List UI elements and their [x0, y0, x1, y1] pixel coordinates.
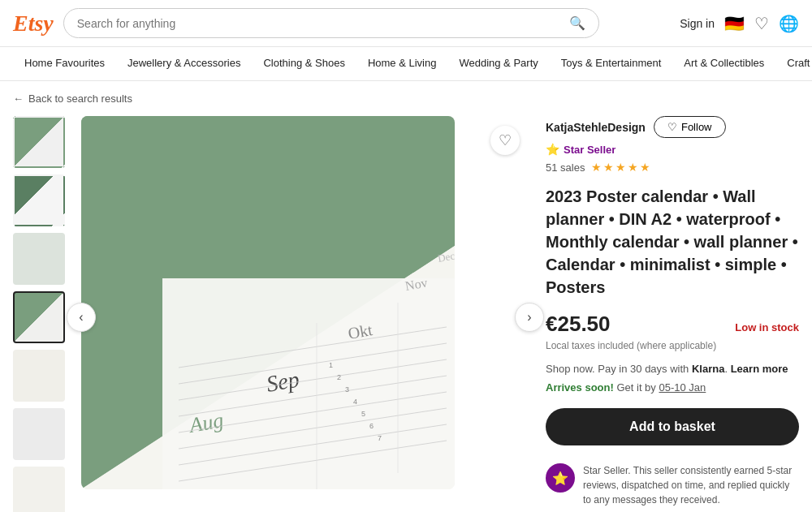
globe-icon[interactable]: 🌐 — [779, 14, 799, 33]
image-next-button[interactable]: › — [515, 303, 544, 332]
low-stock-badge: Low in stock — [735, 321, 799, 333]
star-1: ★ — [591, 161, 602, 174]
search-input[interactable] — [77, 17, 569, 30]
svg-rect-2 — [162, 278, 455, 489]
thumbnail-2[interactable] — [13, 174, 65, 226]
arrives-row: Arrives soon! Get it by 05-10 Jan — [546, 381, 799, 394]
seller-name[interactable]: KatjaStehleDesign — [546, 121, 646, 134]
sales-count: 51 sales — [546, 161, 585, 174]
star-2: ★ — [603, 161, 614, 174]
back-bar: ← Back to search results — [0, 81, 812, 116]
thumbnail-3[interactable] — [13, 233, 65, 285]
image-prev-button[interactable]: ‹ — [67, 303, 96, 332]
star-5: ★ — [640, 161, 650, 174]
header-actions: Sign in 🇩🇪 ♡ 🌐 — [680, 14, 799, 33]
arrives-date[interactable]: 05-10 Jan — [659, 381, 706, 394]
star-seller-description: Star Seller. This seller consistently ea… — [583, 463, 799, 507]
main-image-container: ‹ Aug Sep Okt Nov Dec — [81, 116, 529, 512]
heart-small-icon: ♡ — [667, 121, 677, 133]
header: Etsy 🔍 Sign in 🇩🇪 ♡ 🌐 — [0, 0, 812, 47]
klarna-row: Shop now. Pay in 30 days with Klarna. Le… — [546, 363, 799, 375]
seller-row: KatjaStehleDesign ♡ Follow — [546, 116, 799, 138]
nav-clothing[interactable]: Clothing & Shoes — [252, 47, 356, 80]
arrives-text: Get it by — [616, 381, 655, 394]
nav-jewellery[interactable]: Jewellery & Accessories — [116, 47, 252, 80]
arrives-soon-label: Arrives soon! — [546, 381, 614, 394]
learn-more-link[interactable]: Learn more — [731, 363, 788, 375]
nav-home-favourites[interactable]: Home Favourites — [13, 47, 116, 80]
product-info: KatjaStehleDesign ♡ Follow ⭐ Star Seller… — [539, 116, 799, 512]
star-3: ★ — [615, 161, 626, 174]
etsy-logo: Etsy — [13, 11, 54, 37]
back-label: Back to search results — [28, 93, 132, 105]
follow-label: Follow — [681, 121, 712, 133]
add-to-basket-button[interactable]: Add to basket — [546, 408, 799, 445]
star-seller-badge-row: ⭐ Star Seller — [546, 143, 799, 156]
sales-row: 51 sales ★ ★ ★ ★ ★ — [546, 161, 799, 174]
product-main-image: Aug Sep Okt Nov Dec 1 2 3 4 5 — [81, 116, 455, 489]
back-arrow-icon: ← — [13, 93, 24, 105]
thumbnail-6[interactable] — [13, 408, 65, 460]
product-price: €25.50 — [546, 312, 611, 337]
star-rating: ★ ★ ★ ★ ★ — [591, 161, 650, 174]
thumbnail-5[interactable] — [13, 350, 65, 402]
follow-button[interactable]: ♡ Follow — [654, 116, 726, 138]
flag-icon[interactable]: 🇩🇪 — [724, 14, 745, 33]
klarna-text: Shop now. Pay in 30 days with — [546, 363, 689, 375]
star-seller-info-box: ⭐ Star Seller. This seller consistently … — [546, 460, 799, 510]
back-to-search[interactable]: ← Back to search results — [13, 93, 799, 105]
nav-home-living[interactable]: Home & Living — [356, 47, 448, 80]
main-nav: Home Favourites Jewellery & Accessories … — [0, 47, 812, 81]
star-4: ★ — [628, 161, 638, 174]
main-content: ‹ Aug Sep Okt Nov Dec — [0, 116, 812, 512]
thumbnail-7[interactable] — [13, 467, 65, 512]
wishlist-button[interactable]: ♡ — [490, 126, 520, 155]
svg-text:4: 4 — [353, 398, 357, 406]
search-bar: 🔍 — [63, 8, 599, 38]
nav-art[interactable]: Art & Collectibles — [672, 47, 775, 80]
price-row: €25.50 Low in stock — [546, 312, 799, 337]
svg-text:6: 6 — [369, 422, 374, 430]
star-seller-icon: ⭐ — [546, 143, 559, 156]
svg-text:3: 3 — [345, 385, 349, 394]
klarna-link[interactable]: Klarna — [692, 363, 724, 375]
search-button[interactable]: 🔍 — [569, 15, 585, 31]
nav-toys[interactable]: Toys & Entertainment — [550, 47, 673, 80]
sign-in-button[interactable]: Sign in — [680, 17, 715, 30]
thumbnail-4[interactable] — [13, 291, 65, 343]
product-title: 2023 Poster calendar • Wall planner • DI… — [546, 185, 799, 299]
svg-text:7: 7 — [378, 434, 382, 442]
wishlist-icon[interactable]: ♡ — [754, 14, 769, 33]
thumbnail-1[interactable] — [13, 116, 65, 168]
svg-text:5: 5 — [361, 410, 365, 418]
star-seller-purple-badge: ⭐ — [546, 463, 575, 493]
thumbnail-list — [13, 116, 71, 512]
star-seller-label: Star Seller — [564, 144, 615, 156]
nav-wedding[interactable]: Wedding & Party — [447, 47, 549, 80]
svg-text:1: 1 — [329, 361, 333, 369]
svg-text:2: 2 — [337, 373, 341, 381]
tax-note: Local taxes included (where applicable) — [546, 340, 799, 351]
nav-craft[interactable]: Craft Supplies — [775, 47, 812, 80]
